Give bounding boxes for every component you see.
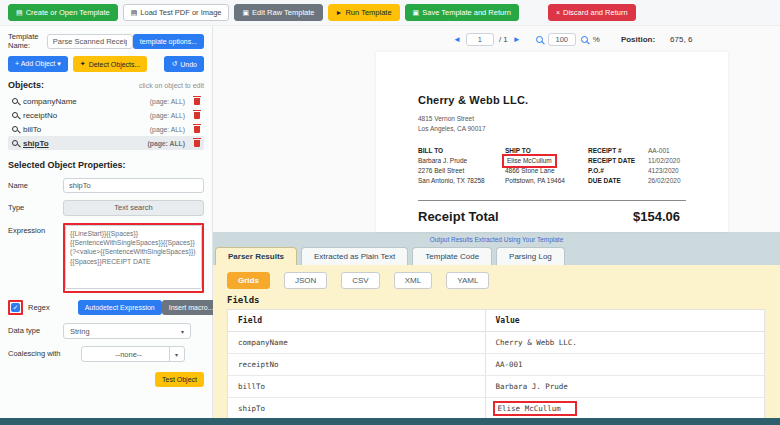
column-header-value: Value: [485, 310, 764, 332]
format-tab-grids[interactable]: Grids: [227, 272, 270, 289]
create-or-open-template-button[interactable]: ▤Create or Open Template: [8, 4, 118, 21]
template-name-label: Template Name:: [8, 32, 47, 50]
search-icon: [12, 126, 18, 132]
zoom-out-icon[interactable]: [536, 36, 543, 43]
next-page-button[interactable]: ►: [513, 35, 521, 44]
save-icon: ▣: [242, 9, 249, 16]
doc-company-name: Cherry & Webb LLC.: [418, 94, 728, 106]
chevron-down-icon: ▾: [181, 328, 184, 335]
receipt-total-label: Receipt Total: [418, 209, 499, 224]
object-item-billTo[interactable]: billTo (page: ALL): [8, 122, 204, 136]
chevron-down-icon: ▾: [169, 347, 178, 361]
object-type-field: Text search: [63, 200, 204, 216]
discard-return-button[interactable]: ×Discard and Return: [548, 4, 636, 21]
doc-ship-to-block: SHIP TO Elise McCullum 4866 Stone Lane P…: [505, 146, 588, 186]
object-name-input[interactable]: [63, 178, 204, 193]
receipt-document-page[interactable]: Cherry & Webb LLC. 4815 Vernon Street Lo…: [376, 52, 728, 232]
type-label: Type: [8, 200, 63, 212]
results-content: Grids JSON CSV XML YAML Fields Field Val…: [213, 265, 780, 418]
table-row[interactable]: companyName Cherry & Webb LLC.: [228, 332, 765, 354]
table-row[interactable]: shipTo Elise McCullum: [228, 398, 765, 419]
undo-icon: ↺: [171, 60, 177, 68]
object-item-receiptNo[interactable]: receiptNo (page: ALL): [8, 108, 204, 122]
play-icon: ►: [336, 9, 343, 16]
bottom-border-bar: [0, 418, 780, 425]
tab-parsing-log[interactable]: Parsing Log: [496, 247, 565, 265]
doc-divider: [418, 200, 686, 201]
selected-object-properties-heading: Selected Object Properties:: [8, 160, 204, 170]
data-type-label: Data type: [8, 323, 63, 335]
load-test-pdf-button[interactable]: ▤Load Test PDF or Image: [123, 4, 230, 21]
format-tab-xml[interactable]: XML: [394, 272, 432, 289]
autodetect-expression-button[interactable]: Autodetect Expression: [78, 300, 162, 315]
delete-object-icon[interactable]: [194, 98, 200, 105]
document-icon: ▤: [16, 9, 23, 16]
position-label: Position:: [621, 35, 655, 44]
right-pane: ◄ / 1 ► % Position: 675, 6 Cherry & Webb…: [213, 26, 780, 418]
object-item-shipTo[interactable]: shipTo (page: ALL): [8, 136, 204, 150]
regex-label: Regex: [28, 303, 50, 312]
tab-parser-results[interactable]: Parser Results: [215, 247, 297, 265]
format-tabs: Grids JSON CSV XML YAML: [227, 272, 770, 289]
main-area: Template Name: template options... + Add…: [0, 26, 780, 418]
test-object-button[interactable]: Test Object: [155, 372, 204, 387]
insert-macro-button[interactable]: Insert macro...: [162, 300, 221, 315]
zoom-level-input[interactable]: [548, 33, 576, 46]
position-value: 675, 6: [670, 35, 692, 44]
object-item-companyName[interactable]: companyName (page: ALL): [8, 94, 204, 108]
document-viewer: ◄ / 1 ► % Position: 675, 6 Cherry & Webb…: [213, 26, 780, 232]
delete-object-icon[interactable]: [194, 112, 200, 119]
results-panel: Output Results Extracted Using Your Temp…: [213, 232, 780, 418]
doc-bill-to-block: BILL TO Barbara J. Prude 2276 Bell Stree…: [418, 146, 505, 186]
table-row[interactable]: billTo Barbara J. Prude: [228, 376, 765, 398]
template-name-input[interactable]: [47, 34, 133, 49]
search-icon: [12, 140, 18, 146]
run-template-button[interactable]: ►Run Template: [328, 4, 400, 21]
percent-label: %: [593, 35, 600, 44]
undo-button[interactable]: ↺Undo: [164, 56, 204, 72]
tab-template-code[interactable]: Template Code: [412, 247, 492, 265]
delete-object-icon[interactable]: [194, 126, 200, 133]
coalescing-label: Coalescing with: [8, 346, 63, 358]
regex-checkbox[interactable]: ✓: [11, 303, 20, 312]
save-template-return-button[interactable]: ▣Save Template and Return: [405, 4, 519, 21]
data-type-select[interactable]: String ▾: [63, 323, 191, 339]
fields-table: Field Value companyName Cherry & Webb LL…: [227, 309, 765, 418]
coalescing-select[interactable]: --none-- ▾: [81, 346, 185, 362]
name-label: Name: [8, 178, 63, 190]
format-tab-json[interactable]: JSON: [284, 272, 327, 289]
objects-heading: Objects:: [8, 80, 44, 90]
column-header-field: Field: [228, 310, 486, 332]
expression-highlight-box: {{LineStart}}{{Spaces}}{{SentenceWithSin…: [63, 223, 204, 293]
wand-icon: ✦: [80, 60, 86, 68]
doc-receipt-meta-block: RECEIPT # RECEIPT DATE P.O.# DUE DATE AA…: [588, 146, 681, 186]
delete-object-icon[interactable]: [194, 140, 200, 147]
expression-textarea[interactable]: {{LineStart}}{{Spaces}}{{SentenceWithSin…: [65, 225, 202, 289]
viewer-toolbar: ◄ / 1 ► % Position: 675, 6: [213, 26, 780, 52]
add-object-button[interactable]: + Add Object ▾: [8, 56, 68, 72]
zoom-in-icon[interactable]: [581, 36, 588, 43]
doc-address-line2: Los Angeles, CA 90017: [418, 124, 728, 134]
tab-extracted-plain-text[interactable]: Extracted as Plain Text: [301, 247, 408, 265]
results-tabs: Parser Results Extracted as Plain Text T…: [213, 245, 780, 265]
format-tab-csv[interactable]: CSV: [341, 272, 379, 289]
prev-page-button[interactable]: ◄: [453, 35, 461, 44]
search-icon: [12, 112, 18, 118]
fields-heading: Fields: [227, 295, 770, 305]
app-root: ▤Create or Open Template ▤Load Test PDF …: [0, 0, 780, 425]
page-total-label: / 1: [499, 35, 508, 44]
search-icon: [12, 98, 18, 104]
receipt-total-value: $154.06: [633, 209, 680, 224]
objects-hint: click on object to edit: [139, 82, 204, 89]
template-options-button[interactable]: template options...: [133, 34, 204, 49]
detect-objects-button[interactable]: ✦Detect Objects...: [73, 56, 148, 72]
expression-label: Expression: [8, 223, 63, 235]
edit-raw-template-button[interactable]: ▣Edit Raw Template: [234, 4, 322, 21]
format-tab-yaml[interactable]: YAML: [446, 272, 489, 289]
page-number-input[interactable]: [466, 33, 494, 46]
results-panel-title: Output Results Extracted Using Your Temp…: [213, 232, 780, 245]
table-row[interactable]: receiptNo AA-001: [228, 354, 765, 376]
top-toolbar: ▤Create or Open Template ▤Load Test PDF …: [0, 0, 780, 26]
document-icon: ▤: [131, 9, 138, 16]
template-sidebar: Template Name: template options... + Add…: [0, 26, 213, 418]
